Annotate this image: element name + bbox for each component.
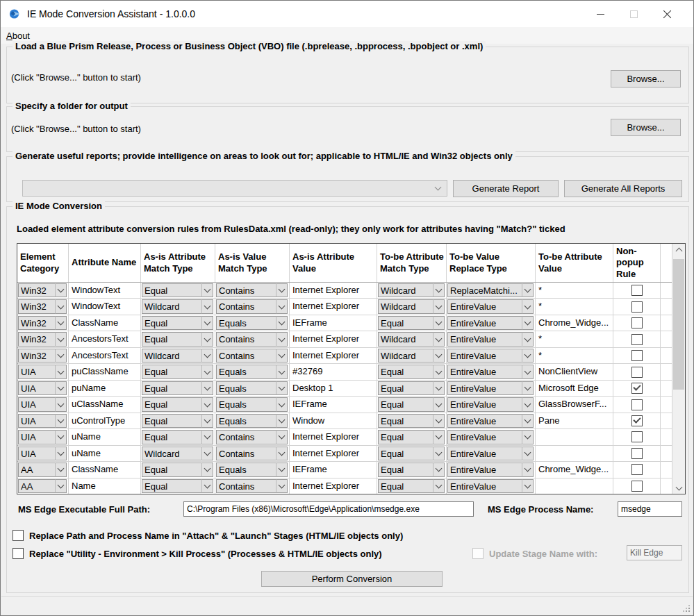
grid-select-element-category[interactable]: Win32 (17, 299, 69, 314)
grid-select-tobe-value-replace-type[interactable]: EntireValue (447, 348, 536, 363)
checkbox-replace-kill[interactable]: Replace "Utility - Environment > Kill Pr… (13, 548, 382, 559)
nonpopup-rule-checkbox[interactable] (631, 367, 643, 378)
grid-select-asis-attribute-match-type[interactable]: Equal (141, 331, 215, 347)
grid-select-tobe-value-replace-type[interactable]: EntireValue (447, 381, 536, 396)
nonpopup-rule-checkbox[interactable] (631, 350, 643, 361)
grid-select-tobe-value-replace-type[interactable]: EntireValue (447, 315, 536, 331)
grid-select-tobe-value-replace-type[interactable]: EntireValue (447, 397, 536, 412)
grid-cell-tobe-attribute-value[interactable]: Chrome_Widge... (536, 315, 613, 331)
column-header-element-category[interactable]: Element Category (17, 244, 69, 282)
grid-select-element-category[interactable]: UIA (17, 413, 69, 428)
grid-select-element-category[interactable]: UIA (17, 446, 69, 461)
column-header-nonpopup-rule[interactable]: Non-popup Rule (613, 244, 661, 282)
grid-select-element-category[interactable]: Win32 (17, 315, 69, 331)
grid-select-asis-value-match-type[interactable]: Equals (215, 381, 290, 396)
grid-cell-tobe-attribute-value[interactable]: GlassBrowserF... (536, 397, 613, 412)
checkbox-icon[interactable] (13, 548, 24, 559)
grid-cell-asis-attribute-value[interactable]: IEFrame (290, 397, 377, 412)
grid-select-asis-attribute-match-type[interactable]: Equal (141, 364, 215, 379)
grid-cell-attribute-name[interactable]: ClassName (69, 315, 141, 331)
browse-file-button[interactable]: Browse... (611, 70, 681, 88)
grid-cell-asis-attribute-value[interactable]: #32769 (290, 364, 377, 379)
grid-cell-tobe-attribute-value[interactable]: Microsoft Edge (536, 381, 613, 396)
grid-select-tobe-value-replace-type[interactable]: EntireValue (447, 364, 536, 379)
generate-report-button[interactable]: Generate Report (453, 180, 559, 197)
nonpopup-rule-checkbox[interactable] (631, 464, 643, 475)
nonpopup-rule-checkbox[interactable] (631, 399, 643, 410)
grid-select-tobe-attribute-match-type[interactable]: Equal (377, 397, 447, 412)
checkbox-icon[interactable] (13, 530, 24, 541)
grid-cell-tobe-attribute-value[interactable] (536, 478, 613, 494)
grid-cell-attribute-name[interactable]: Name (69, 478, 141, 494)
edge-path-input[interactable] (183, 501, 474, 517)
grid-select-asis-value-match-type[interactable]: Contains (215, 446, 290, 461)
grid-select-tobe-attribute-match-type[interactable]: Wildcard (377, 283, 447, 298)
grid-select-tobe-value-replace-type[interactable]: EntireValue (447, 299, 536, 314)
grid-select-tobe-attribute-match-type[interactable]: Equal (377, 478, 447, 494)
grid-select-asis-value-match-type[interactable]: Contains (215, 348, 290, 363)
grid-select-tobe-value-replace-type[interactable]: EntireValue (447, 446, 536, 461)
grid-cell-asis-attribute-value[interactable]: Internet Explorer (290, 331, 377, 347)
grid-select-asis-attribute-match-type[interactable]: Equal (141, 397, 215, 412)
grid-cell-attribute-name[interactable]: puName (69, 381, 141, 396)
nonpopup-rule-checkbox[interactable] (631, 317, 643, 328)
grid-select-tobe-attribute-match-type[interactable]: Equal (377, 462, 447, 477)
grid-select-tobe-value-replace-type[interactable]: EntireValue (447, 462, 536, 477)
nonpopup-rule-checkbox[interactable] (631, 415, 643, 426)
grid-cell-tobe-attribute-value[interactable] (536, 446, 613, 461)
grid-select-asis-value-match-type[interactable]: Contains (215, 283, 290, 298)
grid-cell-asis-attribute-value[interactable]: Internet Explorer (290, 348, 377, 363)
grid-select-tobe-value-replace-type[interactable]: ReplaceMatchi... (447, 283, 536, 298)
grid-select-asis-value-match-type[interactable]: Contains (215, 429, 290, 444)
grid-cell-attribute-name[interactable]: AncestorsText (69, 348, 141, 363)
column-header-tobe-attribute-value[interactable]: To-be Attribute Value (536, 244, 613, 282)
grid-cell-asis-attribute-value[interactable]: IEFrame (290, 462, 377, 477)
grid-cell-tobe-attribute-value[interactable]: Chrome_Widge... (536, 462, 613, 477)
perform-conversion-button[interactable]: Perform Conversion (261, 571, 443, 587)
grid-select-asis-value-match-type[interactable]: Contains (215, 299, 290, 314)
grid-select-asis-attribute-match-type[interactable]: Equal (141, 283, 215, 298)
grid-select-element-category[interactable]: UIA (17, 381, 69, 396)
nonpopup-rule-checkbox[interactable] (631, 334, 643, 345)
grid-cell-tobe-attribute-value[interactable]: Pane (536, 413, 613, 428)
column-header-tobe-value-replace-type[interactable]: To-be Value Replace Type (447, 244, 536, 282)
grid-cell-asis-attribute-value[interactable]: Desktop 1 (290, 381, 377, 396)
grid-cell-tobe-attribute-value[interactable]: * (536, 331, 613, 347)
grid-cell-attribute-name[interactable]: uName (69, 429, 141, 444)
grid-select-asis-value-match-type[interactable]: Equals (215, 315, 290, 331)
grid-cell-asis-attribute-value[interactable]: Internet Explorer (290, 283, 377, 298)
scroll-up-button[interactable] (672, 244, 685, 256)
grid-select-tobe-attribute-match-type[interactable]: Equal (377, 446, 447, 461)
minimize-button[interactable] (584, 1, 617, 27)
grid-select-tobe-attribute-match-type[interactable]: Wildcard (377, 348, 447, 363)
grid-cell-attribute-name[interactable]: uControlType (69, 413, 141, 428)
grid-select-tobe-attribute-match-type[interactable]: Wildcard (377, 299, 447, 314)
grid-cell-tobe-attribute-value[interactable]: NonClientView (536, 364, 613, 379)
grid-select-tobe-value-replace-type[interactable]: EntireValue (447, 429, 536, 444)
browse-folder-button[interactable]: Browse... (611, 119, 681, 136)
grid-select-asis-attribute-match-type[interactable]: Equal (141, 429, 215, 444)
grid-cell-tobe-attribute-value[interactable]: * (536, 348, 613, 363)
grid-cell-tobe-attribute-value[interactable]: * (536, 299, 613, 314)
generate-all-reports-button[interactable]: Generate All Reports (564, 180, 682, 197)
grid-select-asis-attribute-match-type[interactable]: Wildcard (141, 299, 215, 314)
grid-select-asis-value-match-type[interactable]: Equals (215, 413, 290, 428)
grid-select-tobe-attribute-match-type[interactable]: Equal (377, 315, 447, 331)
column-header-attribute-name[interactable]: Attribute Name (69, 244, 141, 282)
grid-cell-tobe-attribute-value[interactable] (536, 429, 613, 444)
scroll-down-button[interactable] (672, 482, 685, 494)
nonpopup-rule-checkbox[interactable] (631, 431, 643, 442)
process-name-input[interactable] (618, 501, 682, 517)
grid-select-asis-attribute-match-type[interactable]: Equal (141, 413, 215, 428)
grid-select-element-category[interactable]: UIA (17, 364, 69, 379)
nonpopup-rule-checkbox[interactable] (631, 383, 643, 394)
grid-select-asis-value-match-type[interactable]: Equals (215, 397, 290, 412)
grid-cell-asis-attribute-value[interactable]: Internet Explorer (290, 446, 377, 461)
checkbox-replace-attach[interactable]: Replace Path and Process Name in "Attach… (13, 530, 403, 541)
nonpopup-rule-checkbox[interactable] (631, 285, 643, 296)
grid-select-tobe-attribute-match-type[interactable]: Equal (377, 413, 447, 428)
grid-cell-attribute-name[interactable]: WindowText (69, 283, 141, 298)
grid-select-tobe-attribute-match-type[interactable]: Equal (377, 429, 447, 444)
grid-cell-asis-attribute-value[interactable]: IEFrame (290, 315, 377, 331)
grid-cell-attribute-name[interactable]: WindowText (69, 299, 141, 314)
